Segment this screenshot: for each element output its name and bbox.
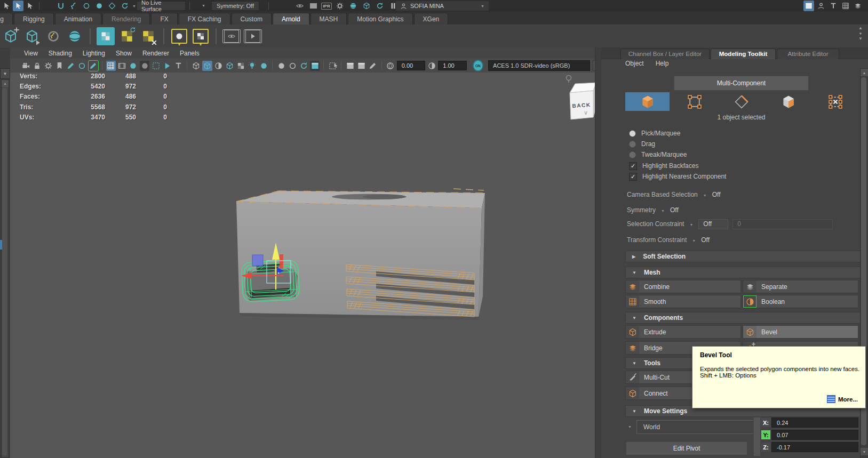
export-mesh-icon[interactable] xyxy=(23,27,41,45)
left-scrollbar-up-icon[interactable]: ▲ xyxy=(2,80,9,87)
menu-renderer[interactable]: Renderer xyxy=(142,50,169,57)
axis-orientation-dropdown[interactable]: World xyxy=(636,420,754,434)
object-mode-button[interactable] xyxy=(625,92,670,111)
grease-pencil-icon[interactable] xyxy=(89,61,98,71)
shelf-tab-custom[interactable]: Custom xyxy=(232,13,272,25)
section-components[interactable]: ▼Components xyxy=(625,312,866,324)
viewcube-home-icon[interactable] xyxy=(567,76,571,83)
use-default-material-icon[interactable] xyxy=(236,61,246,71)
resolution-gate-icon[interactable] xyxy=(129,61,138,71)
transform-constraint-dropdown[interactable]: Transform Constraint ▼ Off xyxy=(627,235,859,245)
shelf-scroll-up-icon[interactable]: ▲ xyxy=(858,26,863,30)
hypershade-icon[interactable] xyxy=(348,1,359,11)
channel-box-toggle-icon[interactable] xyxy=(828,1,839,11)
snap-to-grid-icon[interactable] xyxy=(55,1,66,11)
film-gate-icon[interactable] xyxy=(117,61,127,71)
shaded-display-icon[interactable] xyxy=(202,61,212,71)
render-view-eye-icon[interactable] xyxy=(294,1,305,11)
gamma-icon[interactable] xyxy=(427,61,436,71)
select-camera-icon[interactable] xyxy=(21,61,30,71)
user-account-dropdown[interactable]: SOFIA MINA ▼ xyxy=(396,1,489,11)
symmetry-field[interactable]: Symmetry: Off xyxy=(211,1,259,11)
hud-toggle-icon[interactable] xyxy=(173,61,183,71)
extrude-button[interactable]: Extrude xyxy=(625,325,741,339)
occlusion-icon[interactable] xyxy=(276,61,286,71)
tab-channel-box[interactable]: Channel Box / Layer Editor xyxy=(620,49,710,59)
shelf-tab-xgen[interactable]: XGen xyxy=(414,13,449,25)
symmetry-dropdown[interactable]: Symmetry ▼ Off xyxy=(627,205,859,215)
shelf-tab-animation[interactable]: Animation xyxy=(55,13,101,25)
shadows-toggle-icon[interactable] xyxy=(259,61,268,71)
scrollbar-up-icon[interactable]: ▲ xyxy=(861,69,868,76)
bake-texture-icon[interactable]: ▼ xyxy=(192,27,210,45)
snap-to-point-icon[interactable] xyxy=(81,1,92,11)
character-controls-toggle-icon[interactable] xyxy=(816,1,826,11)
lock-camera-icon[interactable] xyxy=(32,61,42,71)
copy-layout-icon[interactable] xyxy=(345,61,355,71)
field-chart-icon[interactable] xyxy=(151,61,161,71)
exposure-field[interactable]: 0.00 xyxy=(397,61,425,70)
lasso-select-tool-icon[interactable] xyxy=(13,1,23,11)
shelf-scroll-dot-icon[interactable]: ● xyxy=(859,31,862,36)
textured-sphere-icon[interactable] xyxy=(66,27,84,45)
coords-drag-bar[interactable] xyxy=(753,417,761,456)
menu-lighting[interactable]: Lighting xyxy=(83,50,105,57)
render-settings-icon[interactable] xyxy=(335,1,345,11)
shelf-tab-mash[interactable]: MASH xyxy=(310,13,347,25)
z-value-field[interactable]: -0.17 xyxy=(771,442,858,452)
face-mode-button[interactable] xyxy=(766,92,810,111)
tab-modeling-toolkit[interactable]: Modeling Toolkit xyxy=(711,49,776,59)
shelf-tab-fx[interactable]: FX xyxy=(151,13,177,25)
color-management-on-button[interactable]: ON xyxy=(473,60,483,71)
paste-layout-icon[interactable] xyxy=(356,61,366,71)
grid-toggle-icon[interactable] xyxy=(106,61,116,71)
render-current-frame-icon[interactable] xyxy=(308,1,318,11)
edge-mode-button[interactable] xyxy=(719,92,763,111)
vertex-mode-button[interactable] xyxy=(672,92,716,111)
radio-pick-marquee[interactable]: Pick/Marquee xyxy=(629,129,680,138)
boolean-button[interactable]: Boolean xyxy=(743,295,858,308)
viewport-canvas[interactable]: BACK Verts:28004880 Edges:54209720 Faces… xyxy=(10,73,595,458)
viewcube[interactable]: BACK xyxy=(570,83,595,119)
layer-stack-toggle-icon[interactable] xyxy=(853,1,863,11)
shelf-scroll-widget[interactable]: ▲ ● ▼ xyxy=(855,26,866,47)
scrollbar-down-icon[interactable]: ▼ xyxy=(861,448,868,455)
snap-dropdown-arrow-icon[interactable]: ▼ xyxy=(132,4,136,8)
select-tool-icon[interactable] xyxy=(1,1,12,11)
axis-orientation-arrow-icon[interactable]: ▼ xyxy=(628,425,632,429)
section-soft-selection[interactable]: ▶Soft Selection xyxy=(625,251,866,262)
shelf-tab-rigging[interactable]: Rigging xyxy=(14,13,54,25)
viewcube-menu-chevron-icon[interactable]: ∨ xyxy=(584,109,588,116)
left-strip-collapse-icon[interactable]: ▼ xyxy=(0,68,10,79)
radio-drag[interactable]: Drag xyxy=(629,140,655,148)
2d-pan-zoom-icon[interactable] xyxy=(77,61,87,71)
update-texture-icon[interactable] xyxy=(118,27,136,45)
ipr-render-icon[interactable]: IPR xyxy=(321,1,332,11)
view-transform-dropdown[interactable]: ACES 1.0 SDR-video (sRGB) xyxy=(488,60,590,71)
tab-attribute-editor[interactable]: Attribute Editor xyxy=(777,49,839,59)
snap-to-projected-center-icon[interactable] xyxy=(94,1,105,11)
safe-action-icon[interactable] xyxy=(162,61,172,71)
separate-button[interactable]: Separate xyxy=(743,280,858,293)
wireframe-display-icon[interactable] xyxy=(191,61,201,71)
curve-tool-icon[interactable] xyxy=(44,27,62,45)
shelf-tab-rendering[interactable]: Rendering xyxy=(102,13,150,25)
create-polygon-cube-icon[interactable] xyxy=(2,27,20,45)
gamma-field[interactable]: 1.00 xyxy=(438,61,466,70)
checkbox-highlight-nearest-component[interactable]: ✓Highlight Nearest Component xyxy=(629,172,726,181)
exposure-icon[interactable] xyxy=(386,61,395,71)
menu-shading[interactable]: Shading xyxy=(49,50,72,57)
attribute-editor-toggle-icon[interactable] xyxy=(840,1,851,11)
menu-show[interactable]: Show xyxy=(116,50,132,57)
multi-component-mode-button[interactable] xyxy=(813,92,857,111)
menu-help[interactable]: Help xyxy=(656,60,669,67)
radio-tweak-marquee[interactable]: Tweak/Marquee xyxy=(629,150,687,159)
motion-blur-icon[interactable] xyxy=(299,61,308,71)
menu-panels[interactable]: Panels xyxy=(180,50,200,57)
camera-attributes-icon[interactable] xyxy=(43,61,53,71)
smooth-button[interactable]: Smooth xyxy=(625,295,741,308)
bevel-button[interactable]: Bevel xyxy=(743,325,858,339)
playblast-preview-icon[interactable] xyxy=(222,27,241,45)
menu-object[interactable]: Object xyxy=(625,60,644,67)
shelf-tab-fx-caching[interactable]: FX Caching xyxy=(179,13,230,25)
